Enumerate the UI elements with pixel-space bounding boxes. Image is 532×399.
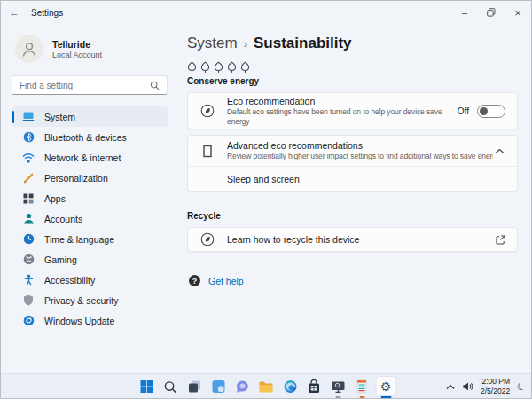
user-name: Telluride bbox=[52, 39, 102, 50]
get-help-link[interactable]: Get help bbox=[208, 276, 244, 286]
avatar bbox=[15, 35, 43, 63]
close-button[interactable]: × bbox=[505, 1, 531, 24]
breadcrumb-separator-icon: › bbox=[244, 37, 247, 51]
chat-button[interactable] bbox=[231, 374, 254, 399]
widgets-icon bbox=[211, 379, 225, 394]
search-icon bbox=[150, 81, 160, 90]
search-input[interactable] bbox=[20, 81, 150, 90]
advanced-eco-description: Review potentially higher user impact se… bbox=[227, 152, 493, 161]
person-icon bbox=[20, 40, 38, 58]
external-link-icon bbox=[496, 235, 505, 245]
focus-assist-moon-icon[interactable]: ☾ bbox=[515, 379, 527, 393]
leaf-icon bbox=[187, 61, 197, 74]
settings-nav: System Bluetooth & devices Network & int… bbox=[12, 106, 168, 331]
user-profile[interactable]: Telluride Local Account bbox=[15, 35, 168, 63]
notebook-button[interactable] bbox=[350, 374, 374, 399]
eco-recommendation-title: Eco recommendation bbox=[227, 96, 458, 106]
chat-icon bbox=[235, 379, 249, 394]
account-person-icon bbox=[22, 213, 35, 225]
system-icon bbox=[22, 111, 35, 123]
leaf-icon bbox=[227, 61, 237, 74]
breadcrumb-parent[interactable]: System bbox=[187, 35, 238, 52]
titlebar: ← Settings – × bbox=[1, 1, 531, 24]
main-content: System › Sustainability Conserve energy bbox=[176, 24, 531, 373]
running-indicator bbox=[359, 396, 364, 398]
sidebar-item-label: Apps bbox=[44, 193, 66, 204]
active-app-indicator bbox=[380, 396, 391, 398]
sidebar-item-label: Network & internet bbox=[44, 153, 121, 163]
sidebar-item-label: Accessibility bbox=[44, 275, 95, 286]
speaker-icon[interactable] bbox=[462, 381, 473, 392]
sidebar-item-accounts[interactable]: Accounts bbox=[12, 208, 168, 229]
edge-button[interactable] bbox=[278, 374, 302, 399]
taskbar: ⚙ 2:00 PM 2/5/2022 ☾ bbox=[1, 373, 531, 398]
leaf-icon bbox=[200, 61, 210, 74]
sleep-and-screen-item[interactable]: Sleep and screen bbox=[188, 166, 517, 191]
settings-taskbar-button[interactable]: ⚙ bbox=[374, 374, 398, 399]
sidebar-item-bluetooth[interactable]: Bluetooth & devices bbox=[12, 127, 168, 147]
back-button[interactable]: ← bbox=[1, 6, 27, 19]
sidebar-item-label: Privacy & security bbox=[44, 295, 118, 306]
edge-icon bbox=[283, 379, 297, 394]
settings-gear-icon: ⚙ bbox=[380, 380, 392, 393]
toggle-state-label: Off bbox=[458, 106, 469, 116]
search-box[interactable] bbox=[12, 75, 168, 95]
recycle-card[interactable]: Learn how to recycle this device bbox=[187, 227, 518, 252]
chevron-up-icon[interactable] bbox=[493, 148, 505, 154]
update-icon bbox=[22, 315, 35, 327]
store-bag-icon bbox=[308, 379, 321, 394]
sidebar-item-system[interactable]: System bbox=[12, 106, 168, 127]
sidebar-item-label: Personalization bbox=[44, 173, 108, 184]
eco-toggle-switch[interactable] bbox=[477, 105, 505, 118]
sidebar-item-accessibility[interactable]: Accessibility bbox=[12, 270, 168, 290]
notebook-icon bbox=[356, 379, 368, 394]
clock[interactable]: 2:00 PM 2/5/2022 bbox=[481, 377, 510, 396]
file-explorer-button[interactable] bbox=[254, 374, 278, 399]
user-info: Telluride Local Account bbox=[52, 39, 102, 59]
eco-recommendation-text: Eco recommendation Default eco settings … bbox=[227, 96, 458, 126]
sidebar-item-time-language[interactable]: Time & language bbox=[12, 229, 168, 249]
restore-button[interactable] bbox=[478, 1, 505, 24]
sidebar-item-network[interactable]: Network & internet bbox=[12, 147, 168, 168]
taskbar-search-button[interactable] bbox=[159, 374, 183, 399]
taskbar-search-icon bbox=[164, 380, 177, 394]
settings-window: Telluride Local Account System Bluetooth… bbox=[1, 24, 531, 373]
remote-monitor-button[interactable] bbox=[326, 374, 350, 399]
close-icon: × bbox=[514, 6, 521, 20]
page-title: Sustainability bbox=[254, 35, 352, 52]
clock-globe-icon bbox=[22, 233, 35, 246]
minimize-button[interactable]: – bbox=[451, 1, 478, 24]
sidebar-item-personalization[interactable]: Personalization bbox=[12, 168, 168, 188]
store-button[interactable] bbox=[302, 374, 326, 399]
sidebar-item-label: System bbox=[44, 112, 75, 122]
breadcrumb: System › Sustainability bbox=[187, 35, 518, 52]
help-icon: ? bbox=[189, 275, 200, 286]
sidebar-item-apps[interactable]: Apps bbox=[12, 188, 168, 208]
conserve-energy-heading: Conserve energy bbox=[187, 76, 518, 86]
bluetooth-icon bbox=[22, 131, 35, 144]
device-screen-icon bbox=[200, 145, 215, 158]
start-button[interactable] bbox=[135, 374, 159, 399]
sidebar-item-label: Bluetooth & devices bbox=[44, 132, 127, 143]
desktop: ← Settings – × Telluride Local Account bbox=[0, 0, 532, 399]
eco-recommendation-card: Eco recommendation Default eco settings … bbox=[187, 92, 518, 129]
eco-recommendation-description: Default eco settings have been turned on… bbox=[227, 107, 458, 126]
advanced-eco-header[interactable]: Advanced eco recommendations Review pote… bbox=[188, 136, 517, 166]
sidebar-item-windows-update[interactable]: Windows Update bbox=[12, 310, 168, 331]
advanced-eco-text: Advanced eco recommendations Review pote… bbox=[227, 140, 493, 161]
system-tray: 2:00 PM 2/5/2022 ☾ bbox=[446, 374, 526, 399]
accessibility-person-icon bbox=[22, 274, 35, 286]
eco-toggle-group: Off bbox=[458, 105, 505, 118]
windows-logo-icon bbox=[139, 379, 153, 394]
advanced-eco-title: Advanced eco recommendations bbox=[227, 140, 493, 151]
tray-date: 2/5/2022 bbox=[481, 387, 510, 396]
tray-time: 2:00 PM bbox=[481, 377, 510, 387]
sidebar-item-privacy[interactable]: Privacy & security bbox=[12, 290, 168, 310]
task-view-button[interactable] bbox=[183, 374, 207, 399]
window-controls: – × bbox=[451, 1, 531, 24]
widgets-button[interactable] bbox=[207, 374, 231, 399]
sidebar-item-label: Windows Update bbox=[44, 316, 114, 326]
sidebar-item-gaming[interactable]: Gaming bbox=[12, 249, 168, 270]
tray-chevron-up-icon[interactable] bbox=[446, 384, 455, 390]
recycle-link-label: Learn how to recycle this device bbox=[227, 234, 496, 245]
